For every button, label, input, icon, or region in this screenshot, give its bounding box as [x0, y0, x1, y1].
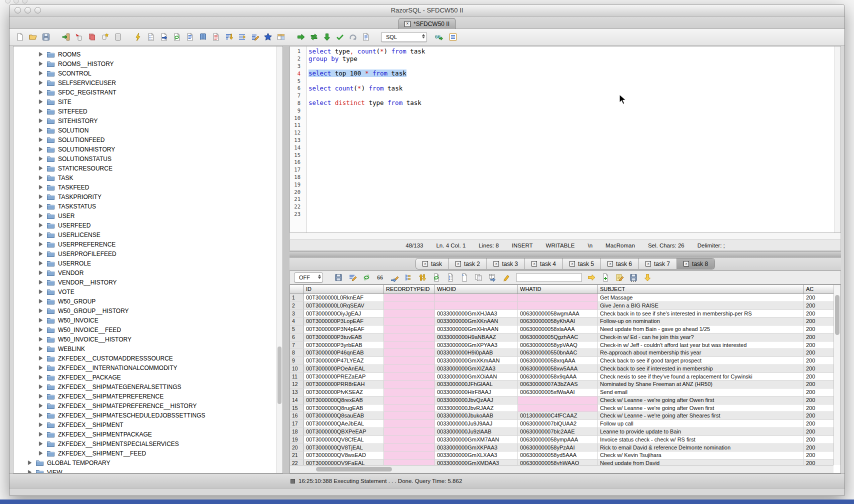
- tree-item-solutionstatus[interactable]: SOLUTIONSTATUS: [14, 154, 282, 164]
- cell-whatid[interactable]: 006300000058x9qAAA: [518, 373, 598, 380]
- quotes-icon[interactable]: 66: [376, 272, 386, 282]
- expand-arrow-icon[interactable]: [38, 318, 43, 322]
- cell-whoid[interactable]: 0033000000GmXKnAAN: [435, 318, 518, 325]
- cell-whoid[interactable]: 0033000000GmXKmAAN: [435, 357, 518, 364]
- cell-whatid[interactable]: 006300000058ypVAAQ: [518, 342, 598, 349]
- expand-arrow-icon[interactable]: [38, 270, 43, 275]
- cell-whoid[interactable]: 0033000000GmXM7AAN: [435, 436, 518, 444]
- tree-item-zkfedex-internationalcommodity[interactable]: ZKFEDEX__INTERNATIONALCOMMODITY: [14, 363, 282, 372]
- expand-arrow-icon[interactable]: [38, 384, 43, 389]
- expand-arrow-icon[interactable]: [38, 422, 43, 427]
- expand-arrow-icon[interactable]: [28, 470, 32, 474]
- edit-doc-icon[interactable]: [185, 32, 195, 42]
- tree-item-userfeed[interactable]: USERFEED: [14, 220, 282, 230]
- cell-subject[interactable]: Leanne to provide update to Bain: [598, 428, 804, 436]
- tree-item-w50-group-history[interactable]: W50_GROUP__HISTORY: [14, 306, 282, 316]
- expand-arrow-icon[interactable]: [38, 128, 43, 132]
- database-icon[interactable]: [113, 32, 123, 42]
- export-add-icon[interactable]: [600, 272, 610, 282]
- editor-line[interactable]: 16: [290, 158, 834, 166]
- filter-edit-icon[interactable]: [348, 272, 358, 282]
- table-row[interactable]: 500T3000000P3N4pEAF0033000000GmXHnAAN006…: [290, 326, 834, 334]
- cell-ac[interactable]: 200: [804, 380, 834, 388]
- tree-item-vendor-history[interactable]: VENDOR__HISTORY: [14, 278, 282, 287]
- expand-arrow-icon[interactable]: [38, 404, 43, 408]
- column-header-id[interactable]: ID: [304, 285, 384, 294]
- cell-ac[interactable]: 200: [804, 294, 834, 302]
- tree-item-vendor[interactable]: VENDOR: [14, 268, 282, 278]
- commit-icon[interactable]: [87, 32, 97, 42]
- tree-item-rooms[interactable]: ROOMS: [14, 50, 282, 59]
- cell-ac[interactable]: 200: [804, 310, 834, 318]
- close-result-tab-icon[interactable]: ×: [646, 261, 651, 266]
- close-result-tab-icon[interactable]: ×: [570, 261, 575, 266]
- cell-ac[interactable]: 200: [804, 444, 834, 452]
- cell-subject[interactable]: Check w/ Leanne - we're going after Owen…: [598, 404, 804, 412]
- cell-whatid[interactable]: 006300000058xlaAAA: [518, 326, 598, 333]
- tree-item-user[interactable]: USER: [14, 211, 282, 220]
- cell-recordtypeid[interactable]: [384, 310, 435, 318]
- sql-editor[interactable]: 1select type, count(*) from task2group b…: [290, 46, 841, 233]
- format-quotes-icon[interactable]: 66: [434, 32, 444, 42]
- doc-new-icon[interactable]: [460, 272, 470, 282]
- column-header-recordtypeid[interactable]: RECORDTYPEID: [384, 285, 435, 294]
- editor-line[interactable]: 18: [290, 174, 834, 181]
- table-row[interactable]: 1600T3000000Q8sauEAB0033000000JbukoAAB00…: [290, 412, 834, 420]
- cell-id[interactable]: 00T3000000PREZaEAP: [304, 373, 384, 380]
- grid-body[interactable]: 100T3000000L0RknEAFGet Massage200200T300…: [290, 294, 834, 465]
- column-header-ac[interactable]: AC: [804, 285, 834, 294]
- expand-arrow-icon[interactable]: [38, 242, 43, 246]
- tree-join-icon[interactable]: [404, 272, 414, 282]
- sort-updown-icon[interactable]: [418, 272, 428, 282]
- cell-subject[interactable]: Check-in w/ Ed - can he join this year?: [598, 334, 804, 341]
- expand-arrow-icon[interactable]: [38, 62, 43, 66]
- table-row[interactable]: 300T3000000OiyJgEAJ0033000000GmXHJAA3006…: [290, 310, 834, 318]
- cell-id[interactable]: 00T3000000L0RknEAF: [304, 294, 384, 302]
- cell-whoid[interactable]: 0033000000H9i0pAAB: [435, 349, 518, 356]
- table-describe-icon[interactable]: [446, 272, 456, 282]
- cell-subject[interactable]: Check w/ Leanne - we're going after Owen…: [598, 396, 804, 404]
- expand-arrow-icon[interactable]: [38, 52, 43, 56]
- cell-subject[interactable]: Check-in w/ Jeff - couldn't afford last …: [598, 342, 804, 349]
- tree-item-solution[interactable]: SOLUTION: [14, 126, 282, 135]
- cell-subject[interactable]: Check nexis to see if they've found a re…: [598, 373, 804, 380]
- cell-recordtypeid[interactable]: [384, 326, 435, 333]
- tree-scrollbar[interactable]: [276, 46, 282, 473]
- cell-ac[interactable]: 200: [804, 428, 834, 436]
- expand-arrow-icon[interactable]: [38, 366, 43, 370]
- expand-arrow-icon[interactable]: [38, 214, 43, 218]
- column-header-whatid[interactable]: WHATID: [518, 285, 598, 294]
- table-row[interactable]: 1100T3000000PREZaEAP0033000000GmXOiAAN00…: [290, 373, 834, 381]
- cell-ac[interactable]: 200: [804, 326, 834, 333]
- cell-recordtypeid[interactable]: [384, 404, 435, 412]
- cell-subject[interactable]: Send email: [598, 388, 804, 396]
- cell-subject[interactable]: Follow-up on nomination: [598, 318, 804, 325]
- editor-line[interactable]: 8select distinct type from task: [290, 100, 834, 107]
- expand-arrow-icon[interactable]: [38, 290, 43, 294]
- cell-whoid[interactable]: 0033000000GmXPYAA3: [435, 342, 518, 349]
- cell-ac[interactable]: 200: [804, 388, 834, 396]
- cell-ac[interactable]: 200: [804, 396, 834, 404]
- cell-whatid[interactable]: [518, 396, 598, 404]
- cell-whatid[interactable]: 006300000058yPzAAI: [518, 444, 598, 452]
- cell-ac[interactable]: 200: [804, 342, 834, 349]
- table-row[interactable]: 800T3000000P46qnEAB0033000000H9i0pAAB006…: [290, 349, 834, 357]
- save-icon[interactable]: [41, 32, 51, 42]
- tree-item-userrole[interactable]: USERROLE: [14, 258, 282, 268]
- expand-arrow-icon[interactable]: [28, 460, 32, 465]
- validate-icon[interactable]: [335, 32, 345, 42]
- cell-whoid[interactable]: 0033000000Ju9J9AAJ: [435, 420, 518, 428]
- grid-header[interactable]: IDRECORDTYPEIDWHOIDWHATIDSUBJECTAC: [290, 285, 834, 294]
- cell-recordtypeid[interactable]: [384, 380, 435, 388]
- table-row[interactable]: 1400T3000000Q8rexEAB0033000000JbvQzAAJCh…: [290, 396, 834, 404]
- cell-subject[interactable]: Check w/ Kevin Tsujihara: [598, 452, 804, 459]
- cell-recordtypeid[interactable]: [384, 318, 435, 325]
- tree-item-zkfedex-shipmategeneralsettings[interactable]: ZKFEDEX__SHIPMATEGENERALSETTINGS: [14, 382, 282, 392]
- tree-item-zkfedex-shipmatepreference-history[interactable]: ZKFEDEX__SHIPMATEPREFERENCE__HISTORY: [14, 401, 282, 410]
- expand-arrow-icon[interactable]: [38, 71, 43, 76]
- editor-line[interactable]: 4select top 100 * from task: [290, 70, 834, 77]
- cell-recordtypeid[interactable]: [384, 428, 435, 436]
- query-builder-icon[interactable]: [276, 32, 286, 42]
- table-row[interactable]: 700T3000000P3yrbEAB0033000000GmXPYAA3006…: [290, 342, 834, 350]
- cell-subject[interactable]: Need update from Bain - gave go ahead 1/…: [598, 326, 804, 333]
